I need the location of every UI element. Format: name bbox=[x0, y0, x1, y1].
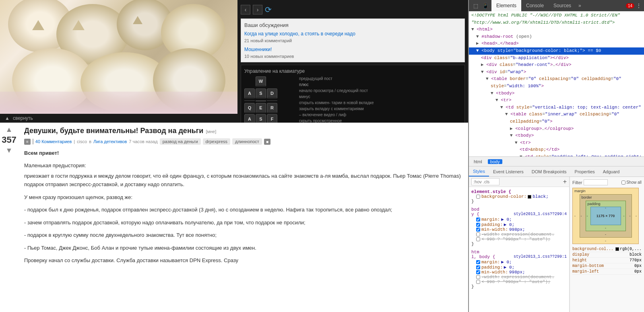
computed-prop-4: margin-bottom 0px bbox=[572, 263, 642, 269]
prop-cb-width[interactable] bbox=[476, 232, 480, 236]
tab-console[interactable]: Console bbox=[521, 0, 549, 11]
prop-padding2: padding: ▶ 0; bbox=[471, 265, 567, 270]
upvote-button[interactable]: ▲ bbox=[6, 126, 13, 133]
refresh-button[interactable]: ⟳ bbox=[265, 5, 272, 14]
hint-minus: минус bbox=[299, 94, 374, 99]
device-toolbar-btn[interactable]: 📱 bbox=[481, 1, 490, 10]
bot-tab-adguard[interactable]: Adguard bbox=[599, 166, 624, 177]
hint-start: начало просмотра / следующий пост bbox=[299, 88, 374, 93]
styles-pane: + element.style { background-color: blac… bbox=[469, 177, 570, 312]
error-badge: 14 bbox=[626, 3, 634, 8]
tab-sources[interactable]: Sources bbox=[549, 0, 576, 11]
prop-cb-margin2[interactable] bbox=[476, 260, 480, 264]
post-para-2: приезжает в гости подружка и между делом… bbox=[24, 172, 462, 189]
tree-line-body[interactable]: ▼ <body style="background-color: black;"… bbox=[469, 47, 644, 55]
hint-plus: плюс bbox=[299, 82, 374, 87]
bot-tab-styles[interactable]: Styles bbox=[469, 166, 489, 177]
tree-line-inner-wrap[interactable]: ▼ <table class="inner_wrap" cellspacing=… bbox=[469, 111, 644, 118]
prop-cb-width3[interactable] bbox=[476, 275, 480, 279]
post-para-0: Всем привет! bbox=[24, 149, 462, 157]
styles-body: + element.style { background-color: blac… bbox=[469, 177, 644, 312]
tree-line-div-wrap[interactable]: ▼ <div id="wrap"> bbox=[469, 69, 644, 76]
prop-cb-margin[interactable] bbox=[476, 218, 480, 222]
tag-community[interactable]: Лига детективов bbox=[93, 139, 127, 144]
prop-min-width2: min-width: 998px; bbox=[471, 270, 567, 275]
bot-tab-event-listeners[interactable]: Event Listeners bbox=[489, 166, 528, 177]
inspect-element-btn[interactable]: ⬚ bbox=[471, 1, 480, 10]
margin-right: - bbox=[636, 214, 637, 218]
border-box: border - - - - padding - - - - bbox=[580, 194, 632, 238]
show-all-checkbox[interactable] bbox=[621, 181, 625, 185]
computed-filter-input[interactable] bbox=[584, 179, 608, 185]
tag-pill-1[interactable]: развод на деньги bbox=[160, 138, 201, 145]
tree-line-td-main[interactable]: ▼ <td style="vertical-align: top; text-a… bbox=[469, 104, 644, 111]
prop-margin2: margin: ▶ 0; bbox=[471, 259, 567, 265]
computed-filter-label: Filter bbox=[572, 180, 582, 185]
styles-filter-row: + bbox=[469, 177, 569, 187]
bot-tab-dom[interactable]: DOM Breakpoints bbox=[528, 166, 571, 177]
prop-cb-bg[interactable] bbox=[476, 195, 480, 199]
padding-left: - bbox=[587, 214, 588, 218]
tree-line-tr[interactable]: ▼ <tr> bbox=[469, 97, 644, 104]
styles-filter-input[interactable] bbox=[471, 178, 500, 185]
disc-link-1[interactable]: Когда на улице холодно, а стоять в очере… bbox=[244, 31, 461, 37]
comments-link[interactable]: 40 Комментариев bbox=[35, 139, 72, 144]
tree-line-colgroup[interactable]: ▶ <colgroup>…</colgroup> bbox=[469, 125, 644, 133]
prop-cb-padding[interactable] bbox=[476, 223, 480, 227]
tree-line-shadow[interactable]: ▼ #shadow-root (open) bbox=[469, 33, 644, 41]
disc-link-2[interactable]: Мошенники! bbox=[244, 46, 461, 53]
devtools-menu-btn[interactable]: ⋮ bbox=[636, 2, 642, 9]
content-size: 1175 × 770 bbox=[597, 214, 615, 218]
tag-pill-2[interactable]: drpexpress bbox=[203, 138, 230, 145]
forward-button[interactable]: › bbox=[253, 5, 262, 14]
prop-cb-minwidth[interactable] bbox=[476, 228, 480, 232]
tab-html[interactable]: html bbox=[471, 159, 485, 164]
tab-body[interactable]: body bbox=[488, 159, 502, 164]
tree-line-html[interactable]: ▼ <html> bbox=[469, 26, 644, 33]
downvote-button[interactable]: ▼ bbox=[6, 147, 13, 154]
tree-line-head[interactable]: ▶ <head>…</head> bbox=[469, 40, 644, 47]
devtools-bottom: html body Styles Event Listeners DOM Bre… bbox=[469, 157, 644, 312]
post-title-ref[interactable]: [мне] bbox=[206, 129, 216, 134]
bot-tab-properties[interactable]: Properties bbox=[571, 166, 599, 177]
margin-label: margin bbox=[574, 189, 586, 193]
tab-elements[interactable]: Elements bbox=[491, 0, 521, 11]
key-blank-right bbox=[267, 76, 277, 87]
discussions-title: Ваши обсуждения bbox=[244, 22, 461, 28]
prop-bg-color: background-color: black; bbox=[471, 194, 567, 199]
more-options-icon[interactable]: ■ bbox=[264, 139, 270, 145]
collapse-strip[interactable]: ▲ свернуть bbox=[0, 114, 237, 123]
color-swatch-black[interactable] bbox=[528, 195, 531, 199]
tree-line-tbody2[interactable]: ▼ <tbody> bbox=[469, 132, 644, 140]
prop-cb-width4[interactable] bbox=[476, 280, 480, 284]
post-para-1: Маленькая предыстория: bbox=[24, 161, 462, 170]
tab-more[interactable]: » bbox=[576, 0, 584, 11]
tree-line-doctype2: "http://www.w3.org/TR/xhtml11/DTD/xhtml1… bbox=[469, 19, 644, 27]
post-content: Всем привет! Маленькая предыстория: прие… bbox=[24, 149, 462, 265]
html-body-tabs: html body bbox=[469, 157, 644, 166]
tree-line-table[interactable]: ▼ <table border="0" cellspacing="0" cell… bbox=[469, 76, 644, 83]
tag-pill-3[interactable]: длиннопост bbox=[232, 138, 262, 145]
tree-line-div-app[interactable]: <div class="b-application"></div> bbox=[469, 55, 644, 62]
key-f: F bbox=[267, 114, 277, 123]
disc-item-1: Когда на улице холодно, а стоять в очере… bbox=[244, 31, 461, 43]
tree-line-tr2[interactable]: ▼ <tr> bbox=[469, 140, 644, 147]
styles-add-btn[interactable]: + bbox=[563, 178, 567, 185]
vote-widget: ▲ 357 ▼ bbox=[0, 123, 18, 312]
prop-cb-padding2[interactable] bbox=[476, 265, 480, 269]
tree-line-td-nbsp: <td>&nbsp;</td> bbox=[469, 146, 644, 154]
border-label: border bbox=[582, 195, 592, 199]
view-mode-icon: ≡ bbox=[24, 139, 31, 145]
post-title-row: Девушки, будьте внимательны! Развод на д… bbox=[24, 127, 462, 135]
prop-width-exp3: -width: expression(document. bbox=[471, 275, 567, 279]
key-s2: S bbox=[256, 114, 266, 123]
hint-prev: предыдущий пост bbox=[299, 76, 374, 81]
prop-cb-width2[interactable] bbox=[476, 237, 480, 241]
tree-line-td-content[interactable]: ▼ <td style="padding-left: 0px; padding-… bbox=[469, 154, 644, 157]
computed-prop-3: height 770px bbox=[572, 258, 642, 263]
tree-line-div-header[interactable]: ▶ <div class="header-cont">…</div> bbox=[469, 62, 644, 69]
prop-cb-minwidth2[interactable] bbox=[476, 270, 480, 274]
back-button[interactable]: ‹ bbox=[241, 5, 250, 14]
tree-line-tbody[interactable]: ▼ <tbody> bbox=[469, 90, 644, 97]
cat-photo: ▲ свернуть bbox=[0, 0, 237, 123]
